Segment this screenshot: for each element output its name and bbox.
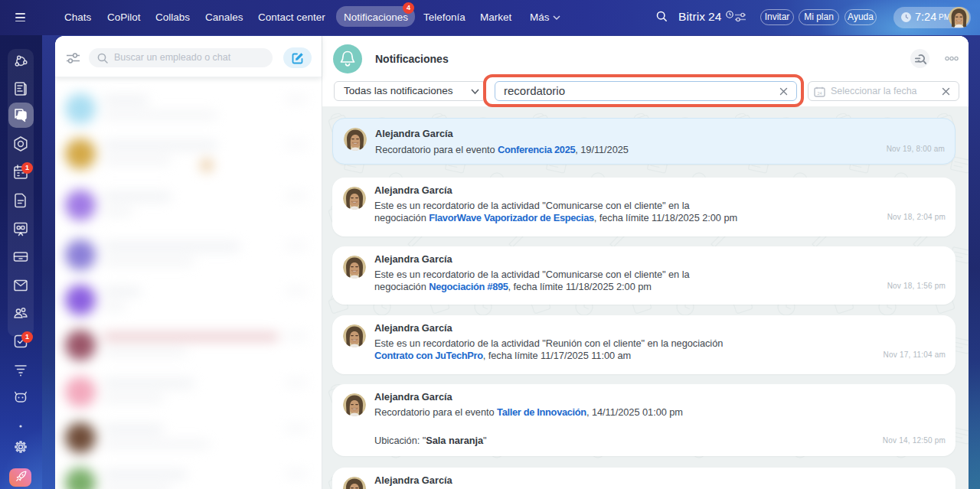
svg-text:24: 24 bbox=[817, 91, 822, 96]
